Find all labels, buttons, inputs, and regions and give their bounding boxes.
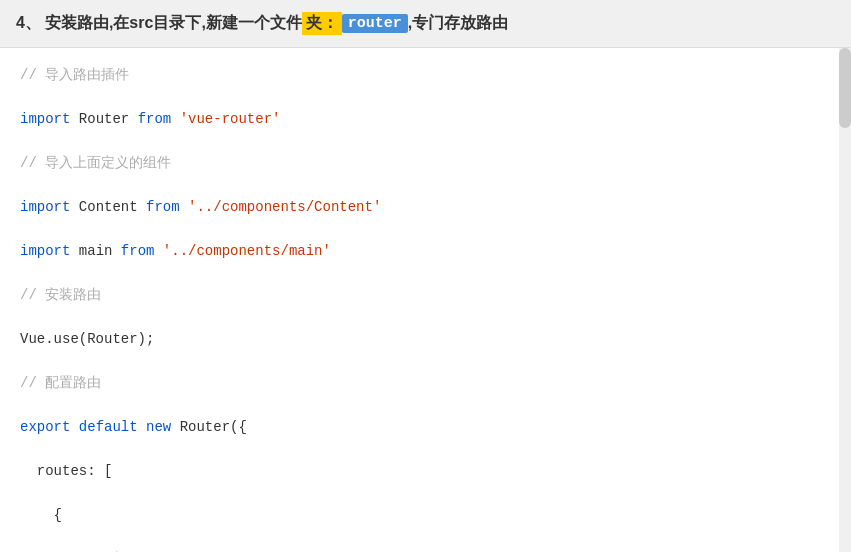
scrollbar[interactable] — [839, 48, 851, 552]
header-text1: 安装路由,在src目录下,新建一个文件 — [45, 13, 302, 34]
comment-line-1: // 导入路由插件 — [20, 67, 129, 83]
code-section[interactable]: // 导入路由插件 import Router from 'vue-router… — [0, 48, 851, 552]
keyword-import-2: import — [20, 199, 70, 215]
comment-line-4: // 配置路由 — [20, 375, 101, 391]
code-vue-use: Vue.use(Router); — [20, 331, 154, 347]
comment-line-2: // 导入上面定义的组件 — [20, 155, 171, 171]
code-routes: routes: [ — [20, 463, 112, 479]
keyword-import-3: import — [20, 243, 70, 259]
header-section: 4、 安装路由,在src目录下,新建一个文件 夹： router ,专门存放路由 — [0, 0, 851, 48]
comment-line-3: // 安装路由 — [20, 287, 101, 303]
header-highlight-folder: 夹： — [302, 12, 342, 35]
header-number: 4、 — [16, 13, 41, 34]
page-container: 4、 安装路由,在src目录下,新建一个文件 夹： router ,专门存放路由… — [0, 0, 851, 552]
code-block: // 导入路由插件 import Router from 'vue-router… — [0, 56, 851, 552]
keyword-import-1: import — [20, 111, 70, 127]
header-highlight-router: router — [342, 14, 408, 33]
scrollbar-thumb[interactable] — [839, 48, 851, 128]
header-text2: ,专门存放路由 — [408, 13, 508, 34]
keyword-export: export — [20, 419, 70, 435]
